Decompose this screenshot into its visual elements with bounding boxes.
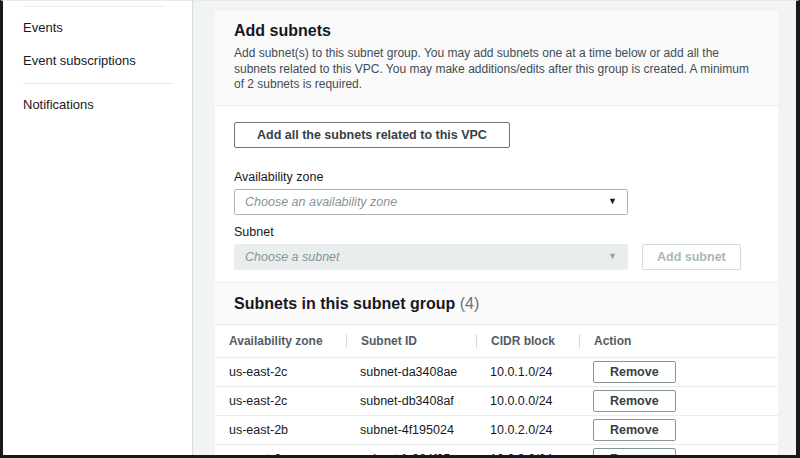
- add-all-subnets-button[interactable]: Add all the subnets related to this VPC: [234, 122, 510, 148]
- cell-subnet-id: subnet-db3408af: [346, 394, 476, 408]
- table-row: us-east-2c subnet-db3408af 10.0.0.0/24 R…: [215, 387, 778, 416]
- remove-button[interactable]: Remove: [593, 361, 676, 383]
- chevron-down-icon: ▼: [608, 197, 617, 206]
- page-title: Add subnets: [234, 22, 759, 40]
- sidebar-item-notifications[interactable]: Notifications: [23, 88, 192, 121]
- table-header-row: Availability zone Subnet ID CIDR block A…: [215, 325, 778, 358]
- sidebar: Events Event subscriptions Notifications: [3, 1, 193, 455]
- cell-cidr-block: 10.0.2.0/24: [476, 423, 579, 437]
- cell-cidr-block: 10.0.0.0/24: [476, 394, 579, 408]
- column-header-action: Action: [579, 334, 778, 348]
- sidebar-item-event-subscriptions[interactable]: Event subscriptions: [23, 44, 192, 77]
- cell-availability-zone: us-east-2c: [215, 394, 346, 408]
- sidebar-item-events[interactable]: Events: [23, 11, 192, 44]
- table-row: us-east-2b subnet-4f195024 10.0.2.0/24 R…: [215, 416, 778, 445]
- remove-button[interactable]: Remove: [593, 419, 676, 441]
- column-header-availability-zone: Availability zone: [215, 334, 346, 348]
- table-row: us-east-2c subnet-da3408ae 10.0.1.0/24 R…: [215, 358, 778, 387]
- subnet-label: Subnet: [234, 225, 759, 239]
- panel-description: Add subnet(s) to this subnet group. You …: [234, 46, 759, 93]
- subnet-form-section: Add all the subnets related to this VPC …: [215, 106, 778, 283]
- app-window: Events Event subscriptions Notifications…: [0, 0, 800, 458]
- cell-availability-zone: us-east-2a: [215, 452, 346, 455]
- main-content: Add subnets Add subnet(s) to this subnet…: [193, 1, 796, 455]
- subnet-row: Choose a subnet ▼ Add subnet: [234, 244, 759, 270]
- subnet-count-badge: (4): [460, 295, 480, 312]
- add-subnet-button[interactable]: Add subnet: [642, 244, 741, 270]
- availability-zone-select[interactable]: Choose an availability zone ▼: [234, 189, 628, 215]
- remove-button[interactable]: Remove: [593, 390, 676, 412]
- column-header-subnet-id: Subnet ID: [346, 334, 476, 348]
- cell-cidr-block: 10.0.1.0/24: [476, 365, 579, 379]
- cell-action: Remove: [579, 361, 778, 383]
- cell-availability-zone: us-east-2c: [215, 365, 346, 379]
- availability-zone-label: Availability zone: [234, 170, 759, 184]
- cell-availability-zone: us-east-2b: [215, 423, 346, 437]
- sidebar-divider: [23, 6, 166, 7]
- chevron-down-icon: ▼: [608, 252, 617, 261]
- subnet-placeholder: Choose a subnet: [245, 250, 340, 264]
- cell-cidr-block: 10.0.3.0/24: [476, 452, 579, 455]
- subnet-group-section-header: Subnets in this subnet group (4): [215, 283, 778, 325]
- cell-subnet-id: subnet-da3408ae: [346, 365, 476, 379]
- table-body: us-east-2c subnet-da3408ae 10.0.1.0/24 R…: [215, 358, 778, 455]
- cell-action: Remove: [579, 390, 778, 412]
- cell-action: Remove: [579, 419, 778, 441]
- cell-subnet-id: subnet-fe064f95: [346, 452, 476, 455]
- availability-zone-placeholder: Choose an availability zone: [245, 195, 397, 209]
- column-header-cidr-block: CIDR block: [476, 334, 579, 348]
- subnet-group-title: Subnets in this subnet group: [234, 295, 455, 312]
- panel-header: Add subnets Add subnet(s) to this subnet…: [215, 11, 778, 106]
- table-row: us-east-2a subnet-fe064f95 10.0.3.0/24 R…: [215, 445, 778, 455]
- sidebar-divider: [23, 83, 174, 84]
- cell-subnet-id: subnet-4f195024: [346, 423, 476, 437]
- subnet-select[interactable]: Choose a subnet ▼: [234, 244, 628, 270]
- remove-button[interactable]: Remove: [593, 448, 676, 455]
- add-subnets-panel: Add subnets Add subnet(s) to this subnet…: [215, 11, 778, 455]
- cell-action: Remove: [579, 448, 778, 455]
